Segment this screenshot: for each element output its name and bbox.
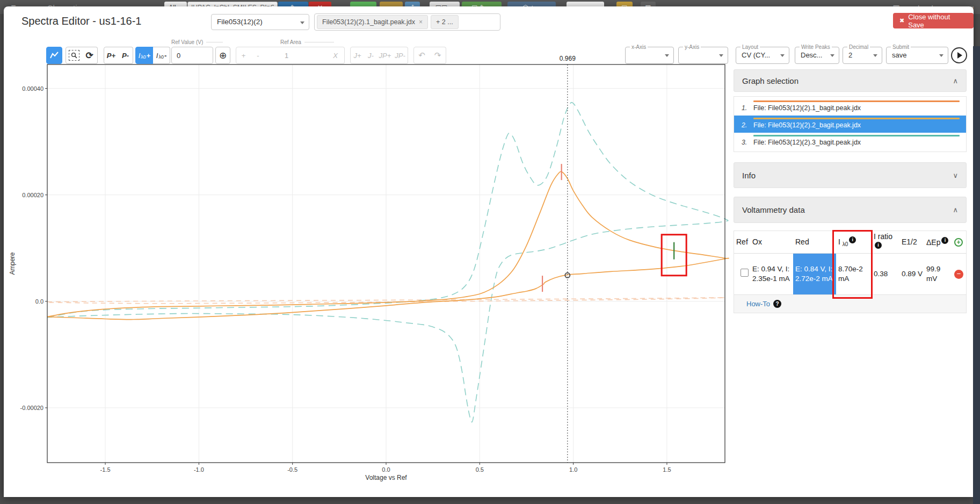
y-tick-label: 0.00020 (22, 192, 43, 198)
spectra-editor-modal: Spectra Editor - us1-16-1 File053(12)(2)… (4, 6, 974, 497)
zoom-area-icon (69, 50, 79, 61)
redo-button[interactable]: ↷ (430, 47, 446, 64)
j-remove-button[interactable]: J- (364, 47, 378, 64)
decimal-select[interactable]: Decimal 2 (843, 47, 882, 64)
col-delta-ep: ΔEpi (924, 236, 952, 248)
layout-select[interactable]: Layout CV (CY... (736, 47, 789, 64)
info-icon[interactable]: i (875, 242, 882, 249)
ref-checkbox[interactable] (741, 269, 749, 277)
x-tick-label: 0.5 (476, 466, 484, 473)
y-tick-label: 0.0 (35, 298, 43, 305)
remove-row-icon[interactable]: − (954, 270, 963, 279)
line-chart-icon (50, 52, 59, 59)
ref-area-input[interactable]: 1 (280, 47, 327, 64)
series-color-line (753, 118, 960, 119)
clear-integral-button[interactable]: X (326, 47, 345, 64)
submit-label: Submit (891, 44, 911, 50)
table-row: E: 0.94 V, I: 2.35e-1 mA E: 0.84 V, I: 2… (734, 254, 966, 294)
write-peaks-label: Write Peaks (800, 44, 832, 50)
col-ref: Ref (734, 236, 750, 248)
x-axis-label: x-Axis (630, 44, 648, 50)
integral-remove-button[interactable]: - (251, 47, 266, 64)
peak-add-button[interactable]: P+ (104, 47, 119, 64)
x-tick-label: 0.0 (382, 466, 390, 473)
i-lambda0-cell: 8.70e-2 mA (836, 263, 872, 284)
x-tick-label: 1.0 (569, 466, 577, 473)
caret-down-icon (780, 54, 785, 57)
col-e-half: E1/2 (899, 236, 924, 248)
info-icon[interactable]: i (941, 237, 948, 244)
series-color-line (753, 100, 960, 102)
table-header-row: Ref Ox Red I λ0i I ratioi E1/2 ΔEpi + (734, 231, 966, 254)
y-axis-title: Ampere (9, 252, 16, 275)
ref-value-label: Ref Value (V) (171, 39, 203, 45)
window-scrollbar-strip[interactable] (973, 46, 980, 504)
series-color-line (753, 135, 960, 136)
caret-down-icon (719, 54, 723, 57)
caret-down-icon (939, 54, 943, 57)
y-axis-select[interactable]: y-Axis (678, 47, 728, 64)
col-i-ratio: I ratioi (872, 231, 899, 253)
jp-remove-button[interactable]: JP- (393, 47, 408, 64)
i-ratio-cell: 0.38 (872, 268, 899, 280)
x-axis-select[interactable]: x-Axis (625, 47, 674, 64)
line-chart-mode-button[interactable] (46, 47, 62, 64)
play-icon (957, 52, 962, 59)
ox-cell: E: 0.94 V, I: 2.35e-1 mA (750, 263, 793, 284)
table-footer: How-To ? (734, 294, 966, 313)
set-ref-pin-button[interactable]: ⊕ (215, 47, 230, 64)
x-tick-label: 1.5 (663, 466, 671, 473)
y-tick-label: 0.00040 (22, 85, 43, 92)
help-icon[interactable]: ? (773, 300, 781, 308)
spectra-toolbar: ⟳ P+ P- Iλ0+ Iλ0- Ref Value (V) 0 ⊕ + - … (4, 47, 974, 64)
submit-play-button[interactable] (951, 47, 967, 63)
ref-value-input[interactable]: 0 (171, 47, 213, 64)
caret-down-icon (830, 54, 834, 57)
lambda0-remove-button[interactable]: Iλ0- (153, 47, 170, 64)
zoom-select-button[interactable] (66, 47, 82, 64)
caret-down-icon (873, 54, 877, 57)
col-red: Red (793, 236, 836, 248)
x-tick-label: -1.5 (100, 466, 111, 473)
undo-button[interactable]: ↶ (413, 47, 430, 64)
layout-label: Layout (741, 44, 760, 50)
x-tick-label: -0.5 (287, 466, 297, 473)
y-axis-label: y-Axis (683, 44, 701, 50)
j-add-button[interactable]: J+ (350, 47, 365, 64)
e-half-cell: 0.89 V (899, 268, 924, 280)
jp-add-button[interactable]: JP+ (378, 47, 393, 64)
submit-select[interactable]: Submit save (886, 47, 948, 64)
voltammetry-table: Ref Ox Red I λ0i I ratioi E1/2 ΔEpi + E:… (734, 231, 967, 313)
decimal-label: Decimal (847, 44, 870, 50)
red-cell-selected[interactable]: E: 0.84 V, I: 2.72e-2 mA (793, 254, 836, 294)
lambda0-add-button[interactable]: Iλ0+ (135, 47, 154, 64)
x-axis-title: Voltage vs Ref (365, 474, 407, 481)
x-tick-label: -1.0 (194, 466, 204, 473)
info-icon[interactable]: i (849, 236, 856, 243)
caret-down-icon (665, 54, 669, 57)
col-ox: Ox (750, 236, 793, 248)
graph-item-3[interactable]: 3. File: File053(12)(2).3_bagit.peak.jdx (734, 133, 966, 150)
graph-item-2[interactable]: 2. File: File053(12)(2).2_bagit.peak.jdx (734, 116, 966, 133)
delta-ep-cell: 99.9 mV (924, 263, 952, 284)
graph-selection-list: 1. File: File053(12)(2).1_bagit.peak.jdx… (734, 96, 967, 152)
add-row-icon[interactable]: + (954, 238, 963, 247)
write-peaks-select[interactable]: Write Peaks Desc... (795, 47, 839, 64)
peak-remove-button[interactable]: P- (118, 47, 133, 64)
ref-area-label: Ref Area (280, 39, 301, 45)
y-tick-label: -0.00020 (20, 405, 43, 411)
reset-zoom-button[interactable]: ⟳ (82, 47, 98, 64)
how-to-link[interactable]: How-To (746, 300, 770, 308)
graph-item-1[interactable]: 1. File: File053(12)(2).1_bagit.peak.jdx (734, 98, 966, 116)
col-i-lambda0: I λ0i (836, 235, 872, 249)
integral-input[interactable] (265, 47, 280, 64)
integral-add-button[interactable]: + (236, 47, 251, 64)
